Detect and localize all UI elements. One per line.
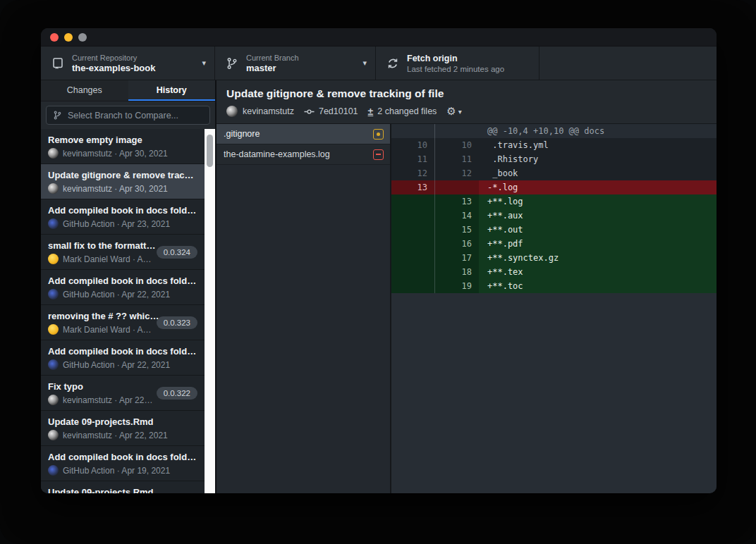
branch-compare-placeholder: Select Branch to Compare... — [68, 111, 178, 120]
diff-viewer: @@ -10,4 +10,10 @@ docs 10 10 .travis.ym… — [391, 124, 717, 493]
diff-old-line-number — [391, 194, 435, 209]
diff-old-line-number: 10 — [391, 138, 435, 152]
repo-icon — [51, 57, 64, 70]
avatar — [48, 218, 59, 229]
diff-line-text: +**.log — [479, 194, 717, 209]
commit-list-item[interactable]: small fix to the formatt… Mark Daniel Wa… — [41, 235, 205, 270]
current-repository-value: the-examples-book — [72, 63, 197, 74]
diff-old-line-number — [391, 251, 435, 265]
changed-file-row[interactable]: .gitignore — [217, 124, 390, 144]
avatar — [48, 289, 59, 299]
diff-line: 13 -*.log — [391, 180, 717, 194]
commit-list-item[interactable]: Update gitignore & remove tracki… kevina… — [41, 164, 205, 199]
file-name: .gitignore — [224, 129, 373, 139]
diff-line-text: +**.aux — [479, 209, 717, 223]
diff-line-text: +**.pdf — [479, 237, 717, 251]
minimize-window-button[interactable] — [64, 33, 73, 42]
chevron-down-icon: ▾ — [202, 58, 206, 68]
diff-line: 10 10 .travis.yml — [391, 138, 717, 152]
commit-item-meta: GitHub Action · Apr 19, 2021 — [63, 466, 197, 476]
commit-list-item[interactable]: Update 09-projects.Rmd — [41, 481, 205, 493]
history-sidebar: Changes History Select Br — [41, 80, 217, 493]
diff-old-line-number — [391, 265, 435, 279]
tab-history[interactable]: History — [128, 80, 216, 101]
diff-new-line-number: 19 — [435, 279, 479, 293]
commit-item-title: Update gitignore & remove tracki… — [48, 169, 197, 181]
commit-item-meta: GitHub Action · Apr 23, 2021 — [63, 219, 197, 229]
close-window-button[interactable] — [50, 33, 59, 42]
commit-list-item[interactable]: Add compiled book in docs folder. GitHub… — [41, 199, 205, 235]
diff-old-line-number: 13 — [391, 180, 435, 194]
diff-line: 18 +**.tex — [391, 265, 717, 279]
scrollbar-thumb[interactable] — [207, 135, 213, 167]
commit-list-item[interactable]: removing the # ?? whic… Mark Daniel Ward… — [41, 305, 205, 340]
current-repository-label: Current Repository — [72, 53, 197, 63]
avatar — [48, 395, 59, 405]
commit-list-item[interactable]: Add compiled book in docs folder. GitHub… — [41, 270, 205, 305]
zoom-window-button[interactable] — [78, 33, 87, 42]
commit-list-scrollbar[interactable] — [205, 129, 215, 493]
commit-list-item[interactable]: Update 09-projects.Rmd kevinamstutz · Ap… — [41, 411, 205, 446]
changed-file-row[interactable]: the-datamine-examples.log — [217, 144, 390, 165]
diff-line-text: +**.toc — [479, 279, 717, 293]
commit-list-item[interactable]: Add compiled book in docs folder. GitHub… — [41, 340, 205, 376]
gear-icon[interactable]: ⚙ — [446, 105, 456, 118]
desktop-background: Current Repository the-examples-book ▾ C… — [0, 0, 756, 544]
tab-changes[interactable]: Changes — [41, 80, 128, 101]
file-name: the-datamine-examples.log — [224, 149, 373, 159]
diff-new-line-number: 11 — [435, 152, 479, 166]
commit-item-title: Update 09-projects.Rmd — [48, 416, 197, 428]
diff-line: 12 12 _book — [391, 166, 717, 180]
current-repository-dropdown[interactable]: Current Repository the-examples-book ▾ — [41, 47, 215, 80]
avatar — [48, 183, 59, 194]
diff-line: 15 +**.out — [391, 223, 717, 237]
commit-item-meta: kevinamstutz · Apr 22, 2021 — [63, 431, 197, 440]
commit-detail-panel: Update gitignore & remove tracking of fi… — [217, 80, 717, 493]
diff-old-line-number — [391, 279, 435, 293]
commit-author: kevinamstutz — [243, 106, 294, 116]
chevron-down-icon[interactable]: ▾ — [458, 108, 462, 116]
diff-old-line-number: 11 — [391, 152, 435, 166]
commit-list-item[interactable]: Fix typo kevinamstutz · Apr 22… 0.0.322 — [41, 376, 205, 411]
branch-icon — [53, 111, 62, 120]
version-badge: 0.0.322 — [157, 387, 197, 400]
diff-line-text: +**.synctex.gz — [479, 251, 717, 265]
diff-new-line-number: 13 — [435, 194, 479, 209]
diff-line: 17 +**.synctex.gz — [391, 251, 717, 265]
sidebar-tabs: Changes History — [41, 80, 215, 101]
changed-files-list: .gitignore the-datamine-examples.log — [217, 124, 391, 493]
diff-old-line-number — [391, 237, 435, 251]
diff-line-text: +**.out — [479, 223, 717, 237]
fetch-origin-button[interactable]: Fetch origin Last fetched 2 minutes ago — [376, 47, 539, 80]
commit-list-item[interactable]: Add compiled book in docs folder. GitHub… — [41, 446, 205, 481]
avatar — [48, 324, 59, 335]
branch-compare-container: Select Branch to Compare... — [41, 101, 215, 129]
current-branch-dropdown[interactable]: Current Branch master ▾ — [215, 47, 376, 80]
diff-line-text: @@ -10,4 +10,10 @@ docs — [479, 124, 717, 138]
diff-line-text: -*.log — [479, 180, 717, 194]
branch-compare-input[interactable]: Select Branch to Compare... — [46, 106, 210, 125]
commit-item-title: Add compiled book in docs folder. — [48, 204, 197, 216]
commit-sha[interactable]: 7ed10101 — [319, 106, 358, 116]
window-titlebar[interactable] — [41, 28, 717, 46]
commit-item-meta: GitHub Action · Apr 22, 2021 — [63, 290, 197, 299]
changed-files-count: 2 changed files — [377, 106, 437, 116]
commit-icon — [304, 106, 315, 117]
fetch-origin-sublabel: Last fetched 2 minutes ago — [407, 64, 530, 74]
diff-new-line-number: 18 — [435, 265, 479, 279]
avatar — [48, 465, 59, 476]
commit-item-meta: kevinamstutz · Apr 30, 2021 — [63, 149, 197, 159]
commit-history-list: Remove empty image kevinamstutz · Apr 30… — [41, 129, 205, 493]
avatar — [48, 359, 59, 370]
diff-new-line-number: 14 — [435, 209, 479, 223]
diff-old-line-number — [391, 223, 435, 237]
commit-list-item[interactable]: Remove empty image kevinamstutz · Apr 30… — [41, 129, 205, 164]
chevron-down-icon: ▾ — [362, 58, 367, 68]
diff-plusminus-icon: ± — [368, 106, 374, 117]
branch-icon — [226, 57, 238, 70]
diff-old-line-number — [391, 124, 435, 138]
commit-header: Update gitignore & remove tracking of fi… — [217, 80, 717, 124]
diff-old-line-number — [391, 209, 435, 223]
commit-item-title: Add compiled book in docs folder. — [48, 275, 197, 287]
commit-item-title: Update 09-projects.Rmd — [48, 486, 197, 493]
